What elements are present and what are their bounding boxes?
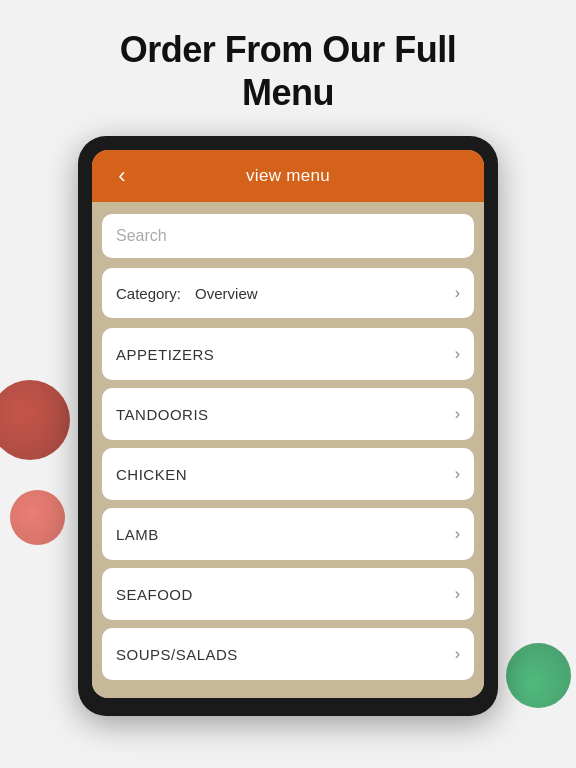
menu-item-label: APPETIZERS xyxy=(116,346,455,363)
search-bar[interactable]: Search xyxy=(102,214,474,258)
decor-circle-3 xyxy=(506,643,571,708)
menu-item-chevron-icon: › xyxy=(455,525,460,543)
menu-item[interactable]: CHICKEN› xyxy=(102,448,474,500)
menu-item[interactable]: SEAFOOD› xyxy=(102,568,474,620)
menu-item[interactable]: LAMB› xyxy=(102,508,474,560)
menu-list: APPETIZERS›TANDOORIS›CHICKEN›LAMB›SEAFOO… xyxy=(102,328,474,680)
menu-item[interactable]: APPETIZERS› xyxy=(102,328,474,380)
app-header: ‹ view menu xyxy=(92,150,484,202)
menu-item-label: SOUPS/SALADS xyxy=(116,646,455,663)
menu-item[interactable]: TANDOORIS› xyxy=(102,388,474,440)
menu-item-chevron-icon: › xyxy=(455,645,460,663)
category-row[interactable]: Category: Overview › xyxy=(102,268,474,318)
menu-item-chevron-icon: › xyxy=(455,585,460,603)
category-value: Overview xyxy=(195,285,455,302)
page-title: Order From Our Full Menu xyxy=(120,28,457,114)
decor-circle-1 xyxy=(0,380,70,460)
title-line2: Menu xyxy=(242,72,334,113)
category-label: Category: xyxy=(116,285,181,302)
menu-item-chevron-icon: › xyxy=(455,405,460,423)
menu-item-chevron-icon: › xyxy=(455,345,460,363)
menu-item-label: SEAFOOD xyxy=(116,586,455,603)
menu-item-label: LAMB xyxy=(116,526,455,543)
tablet-inner: ‹ view menu Search Category: Overview › … xyxy=(92,150,484,698)
tablet-frame: ‹ view menu Search Category: Overview › … xyxy=(78,136,498,716)
menu-item-chevron-icon: › xyxy=(455,465,460,483)
decor-circle-2 xyxy=(10,490,65,545)
menu-item[interactable]: SOUPS/SALADS› xyxy=(102,628,474,680)
menu-item-label: CHICKEN xyxy=(116,466,455,483)
back-button[interactable]: ‹ xyxy=(108,162,136,190)
category-chevron-icon: › xyxy=(455,284,460,302)
search-placeholder: Search xyxy=(116,227,167,245)
title-line1: Order From Our Full xyxy=(120,29,457,70)
app-content: Search Category: Overview › APPETIZERS›T… xyxy=(92,202,484,698)
header-title: view menu xyxy=(246,166,330,186)
menu-item-label: TANDOORIS xyxy=(116,406,455,423)
